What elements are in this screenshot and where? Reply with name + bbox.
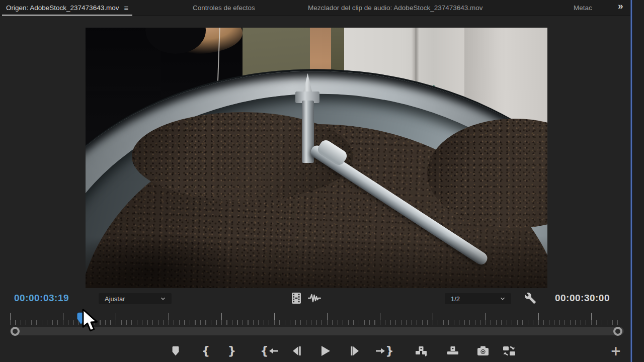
button-editor-button[interactable]: + [608,343,624,359]
insert-icon [415,345,428,357]
cycle-frames-button[interactable] [501,343,517,359]
drag-video-only-icon [291,292,302,304]
cycle-frames-icon [503,345,516,357]
mark-in-icon: { [202,345,210,357]
go-to-out-button[interactable]: } [375,343,395,359]
mark-out-icon: } [228,345,236,357]
current-timecode[interactable]: 00:00:03:19 [14,293,69,304]
step-back-button[interactable] [289,343,305,359]
go-to-in-button[interactable]: { [259,343,279,359]
tab-metadata[interactable]: Metac [574,0,603,16]
tab-effect-controls[interactable]: Controles de efectos [193,0,255,16]
tab-source-label: Origen: AdobeStock_237473643.mov [6,4,119,12]
step-forward-icon [349,346,360,356]
play-icon [320,345,331,356]
chevron-down-icon [499,295,506,302]
zoom-scrollbar-handle-right[interactable] [613,327,622,336]
settings-button[interactable] [524,292,537,304]
duration-timecode: 00:00:30:00 [546,293,610,304]
overwrite-icon [446,345,459,357]
zoom-scrollbar-handle-left[interactable] [11,327,20,336]
mark-in-button[interactable]: { [198,343,214,359]
marker-icon [170,345,181,356]
arrow-right-icon [376,347,385,354]
tab-source[interactable]: Origen: AdobeStock_237473643.mov ≡ [4,0,130,16]
step-back-icon [291,346,302,356]
adjacent-panel-sliver [632,0,644,362]
drag-video-only-button[interactable] [290,292,303,304]
playback-resolution-value: 1/2 [451,295,460,303]
wrench-icon [524,292,536,304]
source-monitor-panel: Origen: AdobeStock_237473643.mov ≡ Contr… [0,0,644,362]
export-frame-button[interactable] [475,343,491,359]
mouse-pointer [80,309,102,333]
active-tab-underline [2,15,132,16]
panel-focus-border [630,0,632,362]
tab-bar: Origen: AdobeStock_237473643.mov ≡ Contr… [0,0,644,16]
drag-audio-only-icon [308,293,321,304]
play-button[interactable] [317,343,334,359]
video-preview[interactable] [86,28,547,288]
overwrite-button[interactable] [445,343,461,359]
plus-icon: + [610,344,621,357]
zoom-scrollbar[interactable] [10,327,624,335]
tab-overflow-icon[interactable]: » [618,1,622,12]
camera-icon [477,345,489,356]
arrow-left-icon [269,347,278,354]
step-forward-button[interactable] [347,343,363,359]
mark-out-button[interactable]: } [224,343,240,359]
panel-menu-icon[interactable]: ≡ [124,4,128,12]
insert-button[interactable] [414,343,430,359]
drag-audio-only-button[interactable] [308,292,321,304]
playback-resolution-dropdown[interactable]: 1/2 [445,293,511,304]
zoom-level-dropdown[interactable]: Ajustar [99,293,172,304]
add-marker-button[interactable] [168,343,184,359]
zoom-level-value: Ajustar [105,295,125,303]
chevron-down-icon [159,295,167,302]
tab-audio-clip-mixer[interactable]: Mezclador del clip de audio: AdobeStock_… [308,0,483,16]
